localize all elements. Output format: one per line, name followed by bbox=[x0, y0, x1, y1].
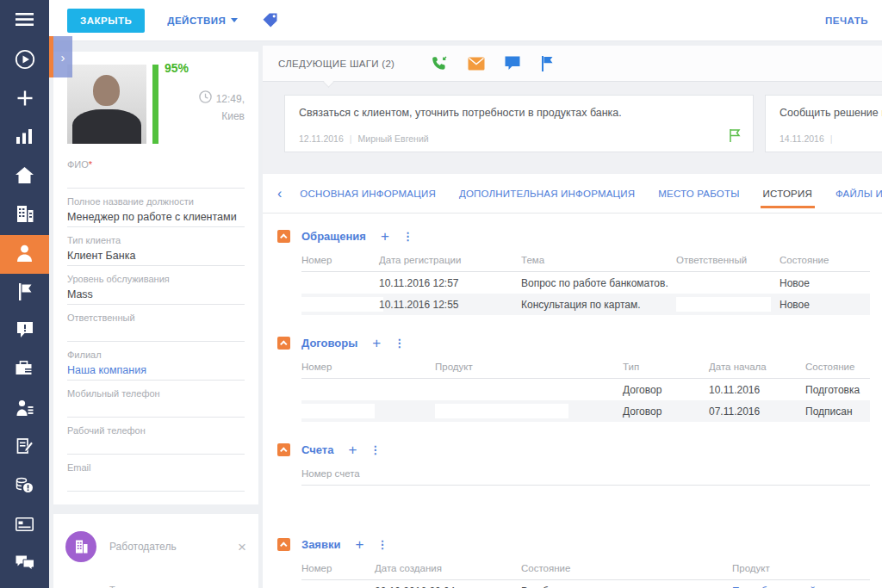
left-nav-sidebar bbox=[0, 0, 49, 588]
sidebar-item-home[interactable] bbox=[0, 158, 49, 196]
add-call-button[interactable] bbox=[431, 56, 448, 71]
tab-general-info[interactable]: ОСНОВНАЯ ИНФОРМАЦИЯ bbox=[300, 174, 436, 213]
add-task-button[interactable] bbox=[540, 56, 553, 71]
field-label: ФИО bbox=[67, 159, 89, 170]
collapse-button[interactable] bbox=[277, 337, 290, 350]
sidebar-item-cards[interactable] bbox=[0, 506, 49, 545]
tab-files-notes[interactable]: ФАЙЛЫ И ПРИМЕЧАНИЯ bbox=[835, 174, 882, 213]
top-action-bar: ЗАКРЫТЬ ДЕЙСТВИЯ ПЕЧАТЬ bbox=[49, 0, 882, 41]
column-header[interactable]: Дата создания bbox=[375, 563, 521, 573]
field-value[interactable]: Менеджер по работе с клиентами bbox=[67, 211, 245, 227]
sidebar-item-finances[interactable] bbox=[0, 467, 49, 506]
table-row[interactable]: Договор 10.11.2016 Подготовка bbox=[301, 379, 870, 400]
field-value-link[interactable]: Наша компания bbox=[67, 364, 245, 381]
sidebar-item-contacts[interactable] bbox=[0, 235, 49, 274]
field-value[interactable] bbox=[67, 477, 245, 492]
chevron-down-icon bbox=[231, 18, 238, 22]
section-title[interactable]: Договоры bbox=[301, 337, 357, 350]
sidebar-item-leads[interactable] bbox=[0, 390, 49, 429]
sidebar-item-add[interactable] bbox=[0, 80, 49, 119]
section-title[interactable]: Обращения bbox=[301, 230, 366, 243]
sidebar-item-contracts[interactable] bbox=[0, 429, 49, 467]
close-button[interactable]: ЗАКРЫТЬ bbox=[67, 9, 145, 33]
section-appeals: Обращения + ⋮ Номер Дата регистрации Тем… bbox=[277, 229, 870, 315]
actions-dropdown[interactable]: ДЕЙСТВИЯ bbox=[167, 15, 238, 26]
column-header[interactable]: Продукт bbox=[435, 362, 623, 372]
column-header[interactable]: Тема bbox=[521, 255, 676, 265]
add-message-button[interactable] bbox=[505, 56, 520, 71]
column-header[interactable]: Состояние bbox=[780, 255, 870, 265]
column-header[interactable]: Дата регистрации bbox=[379, 255, 521, 265]
collapse-button[interactable] bbox=[277, 443, 290, 456]
redacted-value bbox=[301, 297, 383, 312]
kebab-menu-button[interactable]: ⋮ bbox=[394, 337, 405, 350]
tab-additional-info[interactable]: ДОПОЛНИТЕЛЬНАЯ ИНФОРМАЦИЯ bbox=[459, 174, 635, 213]
add-record-button[interactable]: + bbox=[348, 443, 357, 457]
column-header[interactable]: Номер bbox=[301, 362, 435, 372]
profile-column: 95% 12:49, Киев ФИО* Полное название дол… bbox=[53, 52, 258, 588]
envelope-icon bbox=[468, 57, 485, 71]
sidebar-item-feedback[interactable] bbox=[0, 545, 49, 584]
tabs-scroll-left[interactable]: ‹ bbox=[277, 187, 282, 201]
column-header[interactable]: Ответственный bbox=[676, 255, 780, 265]
section-contracts: Договоры + ⋮ Номер Продукт Тип Дата нача… bbox=[277, 336, 870, 422]
sidebar-item-products[interactable] bbox=[0, 351, 49, 390]
tab-job[interactable]: МЕСТО РАБОТЫ bbox=[658, 174, 739, 213]
table-row[interactable]: 10.11.2016 12:57 Вопрос по работе банком… bbox=[301, 272, 870, 294]
collapse-button[interactable] bbox=[277, 538, 290, 551]
section-title[interactable]: Заявки bbox=[301, 538, 340, 551]
sidebar-item-campaigns[interactable] bbox=[0, 274, 49, 313]
bank-card-icon bbox=[16, 517, 34, 535]
column-header[interactable]: Состояние bbox=[521, 563, 732, 573]
appeals-table: Номер Дата регистрации Тема Ответственны… bbox=[301, 249, 870, 315]
sidebar-item-menu[interactable] bbox=[0, 0, 49, 41]
field-value[interactable] bbox=[67, 327, 245, 342]
table-row[interactable]: Договор 07.11.2016 Подписан bbox=[301, 400, 870, 422]
column-header[interactable]: Номер счета bbox=[301, 468, 870, 479]
chevron-up-icon bbox=[280, 233, 287, 240]
table-row[interactable]: 10.11.2016 12:55 Консультация по картам.… bbox=[301, 294, 870, 315]
section-applications: Заявки + ⋮ Номер Дата создания Состояние… bbox=[277, 537, 870, 588]
add-record-button[interactable]: + bbox=[355, 537, 363, 552]
cell-product-link[interactable]: Потребительский кредит bbox=[732, 585, 870, 588]
collapse-button[interactable] bbox=[277, 230, 290, 243]
column-header[interactable]: Номер bbox=[301, 255, 379, 265]
add-record-button[interactable]: + bbox=[372, 336, 381, 350]
field-client-type: Тип клиента Клиент Банка bbox=[67, 235, 245, 266]
section-invoices: Счета + ⋮ Номер счета bbox=[277, 443, 870, 517]
column-header[interactable]: Номер bbox=[301, 563, 375, 573]
kebab-menu-button[interactable]: ⋮ bbox=[376, 538, 388, 551]
bar-chart-icon bbox=[16, 129, 33, 147]
field-label: Мобильный телефон bbox=[67, 388, 245, 399]
sidebar-item-accounts[interactable] bbox=[0, 196, 49, 235]
field-value[interactable] bbox=[67, 174, 245, 189]
table-row[interactable]: 20.10.2016 20:04 В работе Потребительски… bbox=[301, 580, 870, 588]
section-title[interactable]: Счета bbox=[301, 443, 333, 456]
task-flag-icon[interactable] bbox=[729, 128, 741, 143]
field-value[interactable]: Клиент Банка bbox=[67, 250, 245, 266]
field-label: Тип клиента bbox=[67, 235, 245, 245]
panel-expand-toggle[interactable]: › bbox=[49, 36, 72, 77]
contact-photo[interactable] bbox=[67, 65, 146, 144]
column-header[interactable]: Состояние bbox=[805, 362, 870, 372]
field-value[interactable]: Mass bbox=[67, 288, 245, 305]
add-record-button[interactable]: + bbox=[381, 229, 389, 244]
tag-button[interactable] bbox=[262, 12, 278, 28]
next-step-card[interactable]: Сообщить решение по заявке. 14.11.2016 | bbox=[765, 95, 882, 152]
kebab-menu-button[interactable]: ⋮ bbox=[402, 230, 413, 243]
field-value[interactable] bbox=[67, 403, 245, 418]
next-step-card[interactable]: Связаться с клиентом, уточнить потребнос… bbox=[284, 95, 754, 152]
column-header[interactable]: Тип bbox=[623, 362, 709, 372]
sidebar-item-process[interactable] bbox=[0, 41, 49, 80]
sidebar-item-cases[interactable] bbox=[0, 313, 49, 351]
sidebar-item-dashboards[interactable] bbox=[0, 119, 49, 158]
close-icon[interactable]: × bbox=[238, 540, 246, 554]
field-value[interactable] bbox=[67, 440, 245, 455]
column-header[interactable]: Дата начала bbox=[709, 362, 805, 372]
kebab-menu-button[interactable]: ⋮ bbox=[370, 443, 381, 456]
column-header[interactable]: Продукт bbox=[732, 563, 870, 573]
add-email-button[interactable] bbox=[468, 57, 485, 71]
tab-history[interactable]: ИСТОРИЯ bbox=[763, 174, 812, 213]
print-button[interactable]: ПЕЧАТЬ bbox=[825, 15, 868, 26]
empty-table-space bbox=[301, 486, 870, 517]
